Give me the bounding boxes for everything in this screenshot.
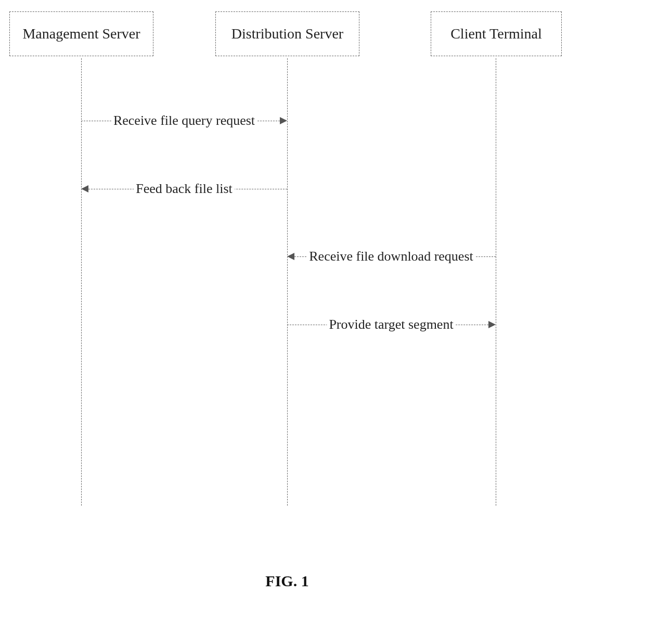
arrowhead-left-icon	[81, 185, 88, 192]
participant-distribution-server: Distribution Server	[215, 11, 359, 56]
lifeline-management-server	[81, 58, 82, 506]
participant-label: Client Terminal	[450, 25, 542, 42]
arrowhead-right-icon	[488, 321, 496, 328]
participant-management-server: Management Server	[9, 11, 153, 56]
figure-caption: FIG. 1	[265, 572, 308, 590]
lifeline-distribution-server	[287, 58, 288, 506]
participant-client-terminal: Client Terminal	[431, 11, 562, 56]
lifeline-client-terminal	[496, 58, 496, 506]
arrowhead-left-icon	[287, 253, 294, 260]
message-label: Receive file query request	[111, 113, 257, 128]
arrowhead-right-icon	[280, 117, 287, 124]
message-label: Feed back file list	[134, 181, 235, 197]
message-label: Provide target segment	[327, 317, 455, 332]
message-label: Receive file download request	[307, 249, 475, 264]
participant-label: Management Server	[22, 25, 140, 42]
participant-label: Distribution Server	[231, 25, 343, 42]
